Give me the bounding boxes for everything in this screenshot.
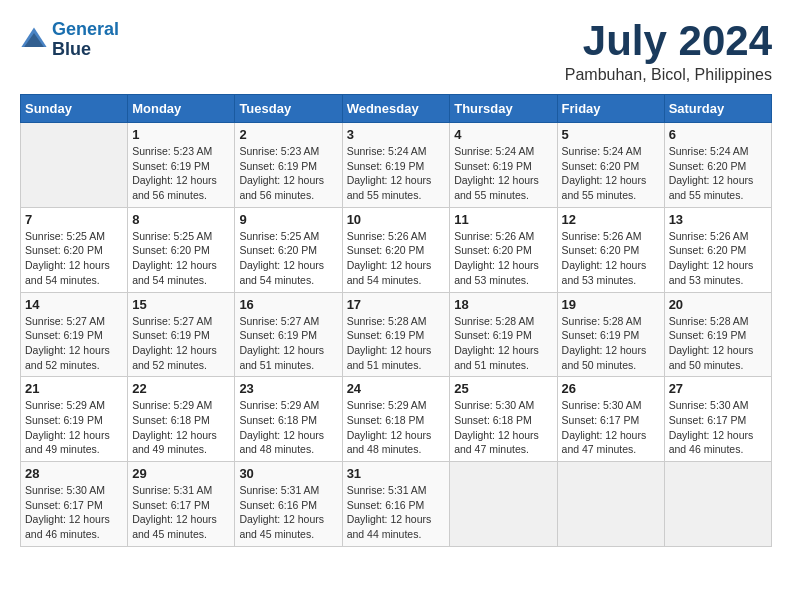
day-cell: 25Sunrise: 5:30 AM Sunset: 6:18 PM Dayli…	[450, 377, 557, 462]
day-cell: 31Sunrise: 5:31 AM Sunset: 6:16 PM Dayli…	[342, 462, 450, 547]
day-cell: 8Sunrise: 5:25 AM Sunset: 6:20 PM Daylig…	[128, 207, 235, 292]
day-info: Sunrise: 5:30 AM Sunset: 6:17 PM Dayligh…	[25, 483, 123, 542]
day-cell	[664, 462, 771, 547]
day-number: 26	[562, 381, 660, 396]
day-cell: 17Sunrise: 5:28 AM Sunset: 6:19 PM Dayli…	[342, 292, 450, 377]
day-info: Sunrise: 5:29 AM Sunset: 6:18 PM Dayligh…	[132, 398, 230, 457]
day-info: Sunrise: 5:28 AM Sunset: 6:19 PM Dayligh…	[454, 314, 552, 373]
day-number: 10	[347, 212, 446, 227]
day-cell: 14Sunrise: 5:27 AM Sunset: 6:19 PM Dayli…	[21, 292, 128, 377]
day-cell: 15Sunrise: 5:27 AM Sunset: 6:19 PM Dayli…	[128, 292, 235, 377]
day-number: 7	[25, 212, 123, 227]
day-cell: 1Sunrise: 5:23 AM Sunset: 6:19 PM Daylig…	[128, 123, 235, 208]
header-cell-wednesday: Wednesday	[342, 95, 450, 123]
day-info: Sunrise: 5:30 AM Sunset: 6:17 PM Dayligh…	[669, 398, 767, 457]
day-info: Sunrise: 5:31 AM Sunset: 6:16 PM Dayligh…	[347, 483, 446, 542]
title-block: July 2024 Pambuhan, Bicol, Philippines	[565, 20, 772, 84]
day-info: Sunrise: 5:29 AM Sunset: 6:18 PM Dayligh…	[347, 398, 446, 457]
day-number: 3	[347, 127, 446, 142]
day-cell	[21, 123, 128, 208]
day-info: Sunrise: 5:25 AM Sunset: 6:20 PM Dayligh…	[132, 229, 230, 288]
day-cell	[450, 462, 557, 547]
day-number: 5	[562, 127, 660, 142]
header-row: SundayMondayTuesdayWednesdayThursdayFrid…	[21, 95, 772, 123]
day-number: 30	[239, 466, 337, 481]
day-cell: 6Sunrise: 5:24 AM Sunset: 6:20 PM Daylig…	[664, 123, 771, 208]
day-cell: 22Sunrise: 5:29 AM Sunset: 6:18 PM Dayli…	[128, 377, 235, 462]
day-cell: 20Sunrise: 5:28 AM Sunset: 6:19 PM Dayli…	[664, 292, 771, 377]
day-number: 23	[239, 381, 337, 396]
day-number: 14	[25, 297, 123, 312]
day-info: Sunrise: 5:31 AM Sunset: 6:16 PM Dayligh…	[239, 483, 337, 542]
day-cell: 10Sunrise: 5:26 AM Sunset: 6:20 PM Dayli…	[342, 207, 450, 292]
day-number: 19	[562, 297, 660, 312]
location-subtitle: Pambuhan, Bicol, Philippines	[565, 66, 772, 84]
day-number: 29	[132, 466, 230, 481]
week-row: 1Sunrise: 5:23 AM Sunset: 6:19 PM Daylig…	[21, 123, 772, 208]
day-info: Sunrise: 5:24 AM Sunset: 6:20 PM Dayligh…	[669, 144, 767, 203]
week-row: 7Sunrise: 5:25 AM Sunset: 6:20 PM Daylig…	[21, 207, 772, 292]
day-cell: 7Sunrise: 5:25 AM Sunset: 6:20 PM Daylig…	[21, 207, 128, 292]
day-info: Sunrise: 5:25 AM Sunset: 6:20 PM Dayligh…	[25, 229, 123, 288]
header-cell-thursday: Thursday	[450, 95, 557, 123]
day-number: 22	[132, 381, 230, 396]
day-info: Sunrise: 5:23 AM Sunset: 6:19 PM Dayligh…	[132, 144, 230, 203]
day-info: Sunrise: 5:27 AM Sunset: 6:19 PM Dayligh…	[239, 314, 337, 373]
logo: General Blue	[20, 20, 119, 60]
day-info: Sunrise: 5:28 AM Sunset: 6:19 PM Dayligh…	[562, 314, 660, 373]
day-cell: 29Sunrise: 5:31 AM Sunset: 6:17 PM Dayli…	[128, 462, 235, 547]
day-info: Sunrise: 5:26 AM Sunset: 6:20 PM Dayligh…	[347, 229, 446, 288]
day-cell: 23Sunrise: 5:29 AM Sunset: 6:18 PM Dayli…	[235, 377, 342, 462]
day-cell: 4Sunrise: 5:24 AM Sunset: 6:19 PM Daylig…	[450, 123, 557, 208]
day-cell: 21Sunrise: 5:29 AM Sunset: 6:19 PM Dayli…	[21, 377, 128, 462]
day-info: Sunrise: 5:24 AM Sunset: 6:19 PM Dayligh…	[347, 144, 446, 203]
day-number: 6	[669, 127, 767, 142]
day-number: 21	[25, 381, 123, 396]
header-cell-sunday: Sunday	[21, 95, 128, 123]
day-number: 20	[669, 297, 767, 312]
day-cell: 30Sunrise: 5:31 AM Sunset: 6:16 PM Dayli…	[235, 462, 342, 547]
day-info: Sunrise: 5:29 AM Sunset: 6:18 PM Dayligh…	[239, 398, 337, 457]
day-cell: 26Sunrise: 5:30 AM Sunset: 6:17 PM Dayli…	[557, 377, 664, 462]
calendar-table: SundayMondayTuesdayWednesdayThursdayFrid…	[20, 94, 772, 547]
day-number: 28	[25, 466, 123, 481]
header-cell-tuesday: Tuesday	[235, 95, 342, 123]
day-cell: 24Sunrise: 5:29 AM Sunset: 6:18 PM Dayli…	[342, 377, 450, 462]
day-cell: 5Sunrise: 5:24 AM Sunset: 6:20 PM Daylig…	[557, 123, 664, 208]
day-info: Sunrise: 5:27 AM Sunset: 6:19 PM Dayligh…	[132, 314, 230, 373]
month-title: July 2024	[565, 20, 772, 62]
day-number: 15	[132, 297, 230, 312]
day-cell: 18Sunrise: 5:28 AM Sunset: 6:19 PM Dayli…	[450, 292, 557, 377]
day-number: 25	[454, 381, 552, 396]
week-row: 21Sunrise: 5:29 AM Sunset: 6:19 PM Dayli…	[21, 377, 772, 462]
week-row: 14Sunrise: 5:27 AM Sunset: 6:19 PM Dayli…	[21, 292, 772, 377]
day-number: 9	[239, 212, 337, 227]
day-cell: 2Sunrise: 5:23 AM Sunset: 6:19 PM Daylig…	[235, 123, 342, 208]
day-info: Sunrise: 5:25 AM Sunset: 6:20 PM Dayligh…	[239, 229, 337, 288]
day-cell: 16Sunrise: 5:27 AM Sunset: 6:19 PM Dayli…	[235, 292, 342, 377]
day-number: 12	[562, 212, 660, 227]
day-number: 31	[347, 466, 446, 481]
day-cell: 11Sunrise: 5:26 AM Sunset: 6:20 PM Dayli…	[450, 207, 557, 292]
day-number: 2	[239, 127, 337, 142]
day-cell: 28Sunrise: 5:30 AM Sunset: 6:17 PM Dayli…	[21, 462, 128, 547]
day-info: Sunrise: 5:24 AM Sunset: 6:19 PM Dayligh…	[454, 144, 552, 203]
day-number: 27	[669, 381, 767, 396]
day-cell: 19Sunrise: 5:28 AM Sunset: 6:19 PM Dayli…	[557, 292, 664, 377]
day-number: 11	[454, 212, 552, 227]
day-info: Sunrise: 5:26 AM Sunset: 6:20 PM Dayligh…	[454, 229, 552, 288]
logo-icon	[20, 26, 48, 54]
header-cell-friday: Friday	[557, 95, 664, 123]
header-cell-monday: Monday	[128, 95, 235, 123]
day-info: Sunrise: 5:31 AM Sunset: 6:17 PM Dayligh…	[132, 483, 230, 542]
header-cell-saturday: Saturday	[664, 95, 771, 123]
day-number: 17	[347, 297, 446, 312]
week-row: 28Sunrise: 5:30 AM Sunset: 6:17 PM Dayli…	[21, 462, 772, 547]
day-info: Sunrise: 5:24 AM Sunset: 6:20 PM Dayligh…	[562, 144, 660, 203]
calendar-header: SundayMondayTuesdayWednesdayThursdayFrid…	[21, 95, 772, 123]
day-number: 18	[454, 297, 552, 312]
day-info: Sunrise: 5:28 AM Sunset: 6:19 PM Dayligh…	[347, 314, 446, 373]
day-number: 1	[132, 127, 230, 142]
day-number: 4	[454, 127, 552, 142]
day-number: 13	[669, 212, 767, 227]
